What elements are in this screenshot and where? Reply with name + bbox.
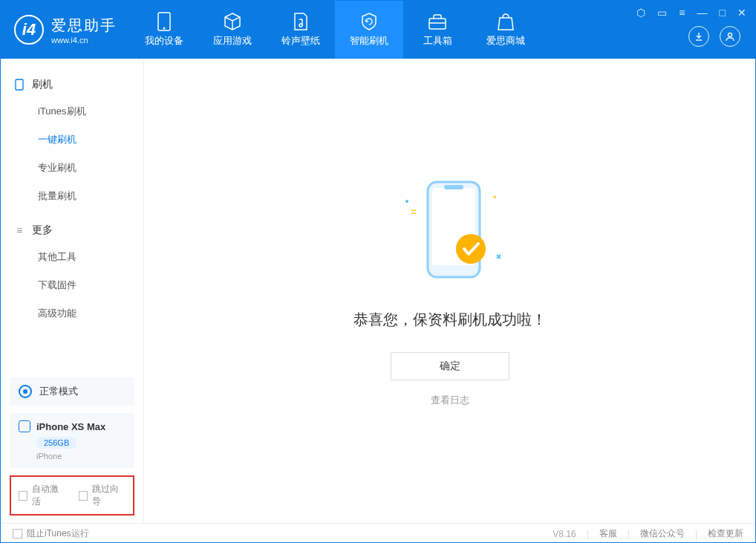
support-link[interactable]: 客服 <box>599 527 617 540</box>
checkbox-row: 自动激活 跳过向导 <box>10 475 134 516</box>
app-header: i4 爱思助手 www.i4.cn 我的设备 应用游戏 铃声壁纸 智能刷机 工具… <box>1 1 755 59</box>
nav-store[interactable]: 爱思商城 <box>472 1 540 59</box>
app-title: 爱思助手 <box>51 16 117 36</box>
nav-my-device[interactable]: 我的设备 <box>130 1 198 59</box>
nav-label: 爱思商城 <box>486 34 525 48</box>
version-label: V8.16 <box>553 529 576 539</box>
checkbox-icon <box>13 529 22 539</box>
device-capacity: 256GB <box>36 437 76 449</box>
svg-rect-5 <box>16 79 23 90</box>
svg-point-1 <box>163 27 166 30</box>
user-button[interactable] <box>720 26 740 47</box>
sidebar-item-pro[interactable]: 专业刷机 <box>1 154 143 182</box>
close-button[interactable]: ✕ <box>737 7 746 19</box>
sidebar-item-othertools[interactable]: 其他工具 <box>1 243 143 271</box>
download-button[interactable] <box>688 26 709 47</box>
svg-point-6 <box>405 200 408 203</box>
device-icon <box>14 79 25 90</box>
toolbox-icon <box>428 12 447 31</box>
sidebar-section-title: 更多 <box>32 224 53 237</box>
checkbox-icon <box>79 491 88 501</box>
nav-apps[interactable]: 应用游戏 <box>198 1 267 59</box>
mode-icon <box>19 385 32 398</box>
checkbox-skip-guide[interactable]: 跳过向导 <box>79 483 126 508</box>
ok-button[interactable]: 确定 <box>391 352 509 380</box>
sidebar: 刷机 iTunes刷机 一键刷机 专业刷机 批量刷机 ≡ 更多 其他工具 下载固… <box>1 59 144 523</box>
separator: | <box>628 529 630 539</box>
svg-rect-3 <box>429 19 446 29</box>
sidebar-item-oneclick[interactable]: 一键刷机 <box>1 126 143 154</box>
minimize-button[interactable]: — <box>697 7 708 19</box>
mode-card[interactable]: 正常模式 <box>10 377 134 406</box>
svg-point-11 <box>456 234 486 264</box>
sidebar-section-more: ≡ 更多 其他工具 下载固件 高级功能 <box>1 218 143 328</box>
svg-point-4 <box>729 33 732 37</box>
sidebar-section-title: 刷机 <box>32 78 53 91</box>
shield-refresh-icon <box>359 12 379 31</box>
nav-ringtones[interactable]: 铃声壁纸 <box>267 1 335 59</box>
sidebar-item-itunes[interactable]: iTunes刷机 <box>1 97 143 126</box>
device-line: iPhone XS Max <box>19 420 126 432</box>
checkbox-icon <box>19 491 27 501</box>
device-name: iPhone XS Max <box>36 421 105 432</box>
success-message: 恭喜您，保资料刷机成功啦！ <box>353 310 547 330</box>
cube-icon <box>223 12 242 31</box>
separator: | <box>695 529 697 539</box>
checkbox-label: 自动激活 <box>32 483 65 508</box>
nav-label: 我的设备 <box>145 34 183 48</box>
wechat-link[interactable]: 微信公众号 <box>640 527 685 540</box>
phone-icon <box>154 12 174 31</box>
nav-label: 铃声壁纸 <box>281 34 320 48</box>
checkbox-block-itunes[interactable]: 阻止iTunes运行 <box>13 527 89 540</box>
lock-icon[interactable]: ▭ <box>657 7 667 19</box>
sidebar-item-advanced[interactable]: 高级功能 <box>1 299 143 328</box>
app-subtitle: www.i4.cn <box>51 36 117 45</box>
window-controls: ⬡ ▭ ≡ — □ ✕ <box>636 7 746 19</box>
checkbox-label: 阻止iTunes运行 <box>27 527 89 540</box>
nav-label: 应用游戏 <box>213 34 252 48</box>
footer-left: 阻止iTunes运行 <box>13 527 89 540</box>
device-type: iPhone <box>36 452 126 461</box>
music-file-icon <box>291 12 310 31</box>
footer: 阻止iTunes运行 V8.16 | 客服 | 微信公众号 | 检查更新 <box>1 523 755 543</box>
svg-point-2 <box>299 24 302 27</box>
checkbox-label: 跳过向导 <box>92 483 126 508</box>
sidebar-section-flash: 刷机 iTunes刷机 一键刷机 专业刷机 批量刷机 <box>1 72 143 210</box>
sidebar-head-flash: 刷机 <box>1 72 143 97</box>
shirt-icon[interactable]: ⬡ <box>636 7 645 19</box>
maximize-button[interactable]: □ <box>720 7 726 19</box>
sidebar-bottom: 正常模式 iPhone XS Max 256GB iPhone 自动激活 跳过向… <box>1 377 143 523</box>
svg-point-7 <box>493 195 496 198</box>
nav-label: 工具箱 <box>423 34 452 48</box>
nav-flash[interactable]: 智能刷机 <box>335 1 403 59</box>
list-icon: ≡ <box>14 225 25 235</box>
view-log-link[interactable]: 查看日志 <box>431 394 469 407</box>
bag-icon <box>496 12 515 31</box>
nav-tabs: 我的设备 应用游戏 铃声壁纸 智能刷机 工具箱 爱思商城 <box>130 1 540 59</box>
logo-icon: i4 <box>14 15 44 45</box>
mode-label: 正常模式 <box>39 385 78 398</box>
update-link[interactable]: 检查更新 <box>708 527 743 540</box>
logo-area: i4 爱思助手 www.i4.cn <box>1 1 130 59</box>
device-small-icon <box>19 420 30 432</box>
sidebar-item-batch[interactable]: 批量刷机 <box>1 182 143 210</box>
footer-right: V8.16 | 客服 | 微信公众号 | 检查更新 <box>553 527 743 540</box>
main-content: 恭喜您，保资料刷机成功啦！ 确定 查看日志 <box>144 59 755 523</box>
sidebar-head-more: ≡ 更多 <box>1 218 143 243</box>
nav-toolbox[interactable]: 工具箱 <box>403 1 472 59</box>
svg-rect-10 <box>444 185 463 189</box>
success-illustration <box>391 175 509 286</box>
logo-text: 爱思助手 www.i4.cn <box>51 16 117 45</box>
sidebar-item-firmware[interactable]: 下载固件 <box>1 271 143 299</box>
checkbox-auto-activate[interactable]: 自动激活 <box>19 483 65 508</box>
header-right <box>688 26 740 47</box>
device-card[interactable]: iPhone XS Max 256GB iPhone <box>10 413 134 468</box>
nav-label: 智能刷机 <box>350 34 388 48</box>
body: 刷机 iTunes刷机 一键刷机 专业刷机 批量刷机 ≡ 更多 其他工具 下载固… <box>1 59 755 523</box>
menu-icon[interactable]: ≡ <box>679 7 685 19</box>
separator: | <box>587 529 589 539</box>
